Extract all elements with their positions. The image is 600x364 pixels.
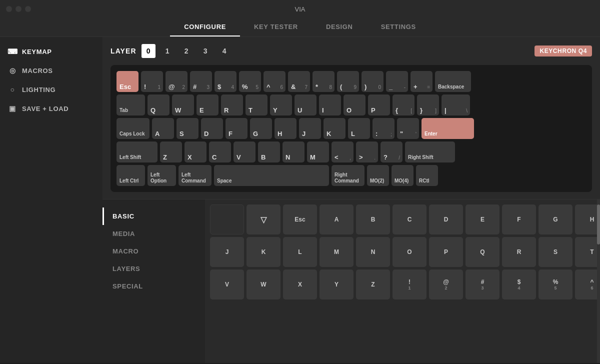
- key-rbracket[interactable]: }]: [417, 94, 439, 116]
- key-space[interactable]: Space: [214, 165, 329, 186]
- lkey-g[interactable]: G: [538, 204, 572, 234]
- tab-settings[interactable]: SETTINGS: [367, 18, 430, 36]
- key-x[interactable]: X: [184, 142, 206, 162]
- key-tab[interactable]: Tab: [116, 94, 145, 116]
- key-backslash[interactable]: |\: [442, 94, 470, 116]
- tab-design[interactable]: DESIGN: [312, 18, 367, 36]
- lkey-l[interactable]: L: [283, 237, 317, 267]
- lkey-p[interactable]: P: [429, 237, 463, 267]
- lkey-y[interactable]: Y: [320, 270, 354, 300]
- lkey-trns[interactable]: ▽: [246, 204, 280, 234]
- key-right-shift[interactable]: Right Shift: [405, 142, 455, 162]
- key-r[interactable]: R: [221, 94, 243, 116]
- key-s[interactable]: S: [176, 118, 198, 139]
- key-m[interactable]: M: [307, 142, 329, 162]
- sidebar-item-save-load[interactable]: ▣ SAVE + LOAD: [0, 99, 102, 118]
- key-7[interactable]: &7: [288, 71, 310, 92]
- lower-sidebar-layers[interactable]: LAYERS: [102, 260, 205, 278]
- lkey-m[interactable]: M: [320, 237, 354, 267]
- lkey-esc[interactable]: Esc: [283, 204, 317, 234]
- lower-sidebar-special[interactable]: SPECIAL: [102, 278, 205, 295]
- scrollbar[interactable]: [597, 200, 600, 363]
- key-y[interactable]: Y: [270, 94, 292, 116]
- key-mo2[interactable]: MO(2): [367, 165, 389, 186]
- key-left-ctrl[interactable]: Left Ctrl: [116, 165, 145, 186]
- lkey-b[interactable]: B: [356, 204, 390, 234]
- layer-btn-4[interactable]: 4: [218, 44, 232, 58]
- tab-configure[interactable]: CONFIGURE: [170, 18, 240, 36]
- key-slash[interactable]: ?/: [380, 142, 402, 162]
- key-9[interactable]: (9: [337, 71, 359, 92]
- layer-btn-1[interactable]: 1: [160, 44, 174, 58]
- key-1[interactable]: !1: [141, 71, 163, 92]
- key-a[interactable]: A: [152, 118, 174, 139]
- key-v[interactable]: V: [234, 142, 256, 162]
- minimize-button[interactable]: [16, 6, 22, 12]
- key-i[interactable]: I: [319, 94, 341, 116]
- layer-btn-3[interactable]: 3: [198, 44, 212, 58]
- lower-sidebar-basic[interactable]: BASIC: [102, 208, 205, 225]
- lkey-v[interactable]: V: [210, 270, 244, 300]
- key-equals[interactable]: +=: [410, 71, 432, 92]
- lkey-t[interactable]: T: [575, 237, 597, 267]
- key-c[interactable]: C: [209, 142, 231, 162]
- layer-btn-0[interactable]: 0: [142, 44, 156, 58]
- lkey-d[interactable]: D: [429, 204, 463, 234]
- lkey-n[interactable]: N: [356, 237, 390, 267]
- close-button[interactable]: [6, 6, 12, 12]
- lkey-k[interactable]: K: [246, 237, 280, 267]
- maximize-button[interactable]: [25, 6, 31, 12]
- lkey-s[interactable]: S: [538, 237, 572, 267]
- key-comma[interactable]: <,: [332, 142, 354, 162]
- key-o[interactable]: O: [344, 94, 366, 116]
- lower-sidebar-media[interactable]: MEDIA: [102, 225, 205, 242]
- key-p[interactable]: P: [368, 94, 390, 116]
- lkey-z[interactable]: Z: [356, 270, 390, 300]
- key-minus[interactable]: _-: [386, 71, 408, 92]
- key-g[interactable]: G: [250, 118, 272, 139]
- lkey-e[interactable]: E: [466, 204, 500, 234]
- key-f[interactable]: F: [226, 118, 248, 139]
- key-left-option[interactable]: LeftOption: [148, 165, 176, 186]
- lkey-x[interactable]: X: [283, 270, 317, 300]
- key-3[interactable]: #3: [190, 71, 212, 92]
- lkey-r[interactable]: R: [502, 237, 536, 267]
- lkey-percent[interactable]: %5: [538, 270, 572, 300]
- key-enter[interactable]: Enter: [422, 118, 474, 139]
- lkey-caret[interactable]: ^6: [575, 270, 597, 300]
- key-left-command[interactable]: LeftCommand: [178, 165, 212, 186]
- sidebar-item-macros[interactable]: ◎ MACROS: [0, 61, 102, 80]
- key-n[interactable]: N: [282, 142, 304, 162]
- lkey-w[interactable]: W: [246, 270, 280, 300]
- key-right-command[interactable]: RightCommand: [332, 165, 364, 186]
- key-8[interactable]: *8: [312, 71, 334, 92]
- key-lbracket[interactable]: {[: [392, 94, 414, 116]
- key-h[interactable]: H: [274, 118, 296, 139]
- lkey-h[interactable]: H: [575, 204, 597, 234]
- lkey-at[interactable]: @2: [429, 270, 463, 300]
- key-left-shift[interactable]: Left Shift: [116, 142, 158, 162]
- key-quote[interactable]: "': [397, 118, 419, 139]
- key-mo4[interactable]: MO(4): [392, 165, 414, 186]
- sidebar-item-lighting[interactable]: ○ LIGHTING: [0, 80, 102, 99]
- lkey-exclaim[interactable]: !1: [392, 270, 426, 300]
- layer-btn-2[interactable]: 2: [180, 44, 194, 58]
- key-esc[interactable]: Esc: [116, 71, 138, 92]
- key-rctl[interactable]: RCtl: [416, 165, 438, 186]
- lkey-hash[interactable]: #3: [466, 270, 500, 300]
- key-5[interactable]: %5: [239, 71, 261, 92]
- key-z[interactable]: Z: [160, 142, 182, 162]
- key-caps-lock[interactable]: Caps Lock: [116, 118, 150, 139]
- lkey-c[interactable]: C: [392, 204, 426, 234]
- key-semicolon[interactable]: :;: [372, 118, 394, 139]
- key-backspace[interactable]: Backspace: [435, 71, 471, 92]
- key-2[interactable]: @2: [166, 71, 188, 92]
- key-u[interactable]: U: [294, 94, 316, 116]
- key-w[interactable]: W: [172, 94, 194, 116]
- key-4[interactable]: $4: [214, 71, 236, 92]
- key-0[interactable]: )0: [362, 71, 384, 92]
- key-j[interactable]: J: [299, 118, 321, 139]
- lkey-dollar[interactable]: $4: [502, 270, 536, 300]
- key-6[interactable]: ^6: [264, 71, 286, 92]
- key-d[interactable]: D: [201, 118, 223, 139]
